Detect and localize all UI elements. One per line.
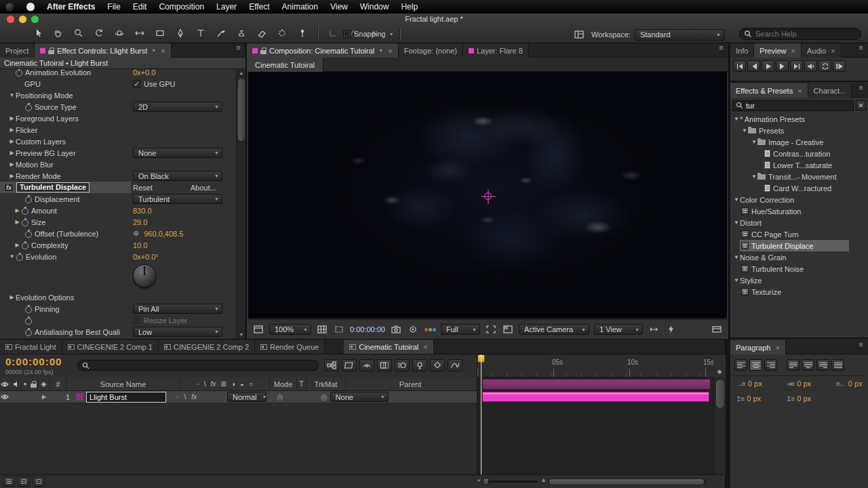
timeline-tab-fractal-light[interactable]: Fractal Light [0, 340, 62, 354]
timeline-tab-cinematic-tutoiral[interactable]: Cinematic Tutoiral× [344, 340, 433, 354]
tab-footage[interactable]: Footage: (none) [399, 43, 463, 58]
twirl-down-icon[interactable]: ▼ [733, 254, 740, 260]
zoom-slider-thumb[interactable] [483, 478, 489, 485]
tree-item-effect[interactable]: Turbulent Noise [730, 263, 868, 274]
effect-row-preview-bg-layer[interactable]: ▶Preview BG Layer None▼ [0, 147, 236, 159]
pen-tool-icon[interactable] [172, 26, 189, 40]
effect-row-motion-blur[interactable]: ▶Motion Blur [0, 159, 236, 170]
tab-project[interactable]: Project [0, 43, 35, 58]
menu-window[interactable]: Window [360, 2, 389, 12]
stopwatch-icon[interactable] [24, 317, 33, 325]
effect-row-pinning[interactable]: Pinning Pin All▼ [0, 303, 236, 314]
scrollbar-thumb[interactable] [549, 479, 704, 485]
twirl-right-icon[interactable]: ▶ [8, 115, 16, 121]
complexity-value[interactable]: 10.0 [133, 241, 147, 249]
panel-menu-icon[interactable]: ≡ [853, 43, 868, 57]
tab-character[interactable]: Charact... [808, 83, 852, 98]
pixel-aspect-correction-icon[interactable] [648, 324, 660, 335]
close-icon[interactable]: × [161, 47, 165, 55]
timeline-tab-cinegenie-2[interactable]: CINEGENIE 2 Comp 2 [159, 340, 255, 354]
scroll-down-icon[interactable]: ▼ [237, 331, 246, 339]
tree-item-noise-grain[interactable]: ▼Noise & Grain [730, 251, 868, 263]
effect-row-displacement[interactable]: Displacement Turbulent▼ [0, 193, 236, 205]
composition-timecode[interactable]: 0:00:00:00 [350, 325, 385, 333]
about-effect-button[interactable]: About... [191, 184, 216, 192]
hand-tool-icon[interactable] [50, 26, 66, 40]
menu-help[interactable]: Help [401, 2, 418, 12]
indent-left-field[interactable]: →≡0 px [736, 380, 762, 388]
layer-name-input[interactable]: Llight Burst [86, 392, 166, 403]
chevron-down-icon[interactable]: ▼ [378, 48, 383, 53]
shy-switch-icon[interactable]: ◦ [176, 393, 179, 401]
clone-stamp-tool-icon[interactable] [233, 26, 250, 40]
hide-shy-icon[interactable] [359, 359, 374, 371]
source-name-column[interactable]: Source Name [66, 378, 180, 391]
panel-menu-icon[interactable]: ≡ [713, 43, 728, 57]
effect-row-evolution-options[interactable]: ▶Evolution Options [0, 291, 236, 303]
layer-color-chip[interactable] [76, 393, 83, 401]
effect-row-offset[interactable]: Offset (Turbulence) ⊕960.0,408.5 [0, 228, 236, 239]
effect-row-size[interactable]: ▶Size 29.0 [0, 216, 236, 228]
always-preview-icon[interactable] [252, 324, 264, 335]
indent-first-line-field[interactable]: ⇥≡0 px [786, 380, 811, 388]
axis-mode-local-icon[interactable] [325, 26, 341, 40]
selected-effect-name[interactable]: Turbulent Displace [16, 182, 90, 192]
menu-composition[interactable]: Composition [159, 2, 204, 12]
stopwatch-icon[interactable] [21, 241, 29, 249]
auto-keyframe-icon[interactable] [430, 359, 445, 371]
expand-in-out-pane-button[interactable]: ⊡ [33, 476, 45, 487]
tab-info[interactable]: Info [730, 43, 754, 58]
tab-audio[interactable]: Audio× [802, 43, 842, 58]
twirl-down-icon[interactable]: ▼ [8, 92, 16, 98]
twirl-right-icon[interactable]: ▶ [8, 127, 16, 133]
tree-item-stylize[interactable]: ▼Stylize [730, 274, 868, 286]
space-before-field[interactable]: ↥≡0 px [736, 394, 761, 403]
chevron-down-icon[interactable]: ▼ [151, 48, 156, 53]
tab-effect-controls[interactable]: Effect Controls: Llight Burst ▼ × [35, 43, 171, 58]
align-right-button[interactable] [764, 359, 777, 371]
twirl-right-icon[interactable]: ▶ [8, 161, 16, 167]
snapping-checkbox[interactable] [343, 30, 351, 38]
effects-search-field[interactable] [732, 100, 854, 111]
help-search-field[interactable] [739, 28, 861, 40]
close-icon[interactable]: × [423, 343, 427, 351]
justify-last-left-button[interactable] [787, 359, 800, 371]
ram-preview-button[interactable] [833, 60, 846, 72]
view-layout-dropdown[interactable]: 1 View▼ [594, 324, 643, 335]
snapshot-icon[interactable] [390, 324, 402, 335]
stopwatch-icon[interactable] [24, 103, 33, 111]
displacement-dropdown[interactable]: Turbulent▼ [133, 194, 222, 204]
expand-layer-pane-button[interactable]: ⊟ [18, 476, 30, 487]
app-menu[interactable]: After Effects [47, 2, 95, 12]
twirl-right-icon[interactable]: ▶ [8, 150, 16, 156]
roto-brush-tool-icon[interactable] [274, 26, 290, 40]
t-column[interactable]: T [297, 378, 307, 391]
twirl-down-icon[interactable]: ▼ [751, 174, 757, 180]
tab-preview[interactable]: Preview× [754, 43, 802, 58]
effect-controls-scrollbar[interactable]: ▲ ▼ [236, 69, 245, 339]
show-snapshot-icon[interactable] [407, 324, 419, 335]
effect-row-complexity[interactable]: ▶Complexity 10.0 [0, 239, 236, 251]
tree-item-preset[interactable]: Contras...turation [730, 148, 868, 159]
tree-item-turbulent-displace[interactable]: Turbulent Displace [730, 240, 868, 251]
effect-row-source-type[interactable]: Source Type 2D▼ [0, 101, 236, 113]
timeline-vertical-scrollbar[interactable] [713, 378, 726, 475]
current-time-indicator-line[interactable] [481, 354, 481, 488]
effect-row-flicker[interactable]: ▶Flicker [0, 124, 236, 136]
antialiasing-dropdown[interactable]: Low▼ [133, 327, 222, 337]
tree-item-image-creative-folder[interactable]: ▼Image - Creative [730, 136, 868, 148]
tree-item-presets-folder[interactable]: ▼Presets [730, 125, 868, 136]
space-after-field[interactable]: ↧≡0 px [786, 394, 811, 403]
tree-item-preset[interactable]: Lower T...saturate [730, 159, 868, 171]
align-center-button[interactable] [749, 359, 762, 371]
timeline-shortcut-icon[interactable] [711, 324, 723, 335]
time-ruler[interactable]: 05s 10s 15s [477, 354, 713, 378]
pan-behind-tool-icon[interactable] [132, 26, 148, 40]
resolution-dropdown[interactable]: Full▼ [441, 324, 480, 335]
timeline-search-input[interactable] [92, 361, 296, 369]
viewer-tab-cinematic-tutoiral[interactable]: Cinematic Tutoiral [247, 58, 323, 72]
reset-effect-button[interactable]: Reset [133, 184, 153, 192]
tree-item-effect[interactable]: CC Page Turn [730, 228, 868, 240]
evolution-value[interactable]: 0x+0.0° [133, 253, 159, 261]
twirl-down-icon[interactable]: ▼ [733, 220, 740, 226]
